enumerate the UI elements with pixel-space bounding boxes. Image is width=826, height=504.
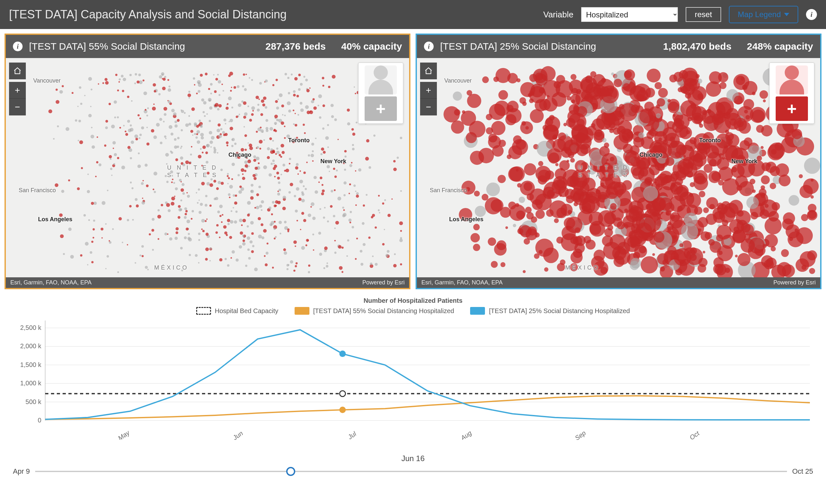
- svg-point-439: [144, 164, 148, 167]
- info-icon[interactable]: i: [424, 42, 434, 51]
- map-canvas-right[interactable]: + − + Vancouver San Francisco Los Angele…: [417, 58, 820, 277]
- city-label: Vancouver: [444, 77, 472, 84]
- svg-point-1678: [555, 80, 573, 98]
- map-attribution: Esri, Garmin, FAO, NOAA, EPA: [10, 279, 92, 286]
- svg-point-377: [211, 92, 212, 94]
- zoom-in-button[interactable]: +: [9, 82, 26, 99]
- reset-button[interactable]: reset: [686, 7, 721, 22]
- map-canvas-left[interactable]: + − + Vancouver San Francisco Los Angele…: [6, 58, 409, 277]
- svg-text:Oct: Oct: [688, 430, 701, 440]
- svg-point-243: [327, 220, 329, 223]
- svg-point-646: [366, 194, 367, 196]
- svg-point-207: [272, 201, 275, 203]
- home-button[interactable]: [420, 63, 437, 79]
- svg-point-743: [129, 74, 132, 76]
- map-beds-left: 287,376 beds: [266, 41, 326, 52]
- svg-point-750: [200, 133, 203, 136]
- svg-point-540: [87, 264, 88, 265]
- svg-point-318: [272, 140, 274, 141]
- svg-point-1578: [761, 175, 770, 184]
- svg-point-1511: [638, 132, 644, 138]
- svg-point-833: [128, 129, 131, 132]
- svg-point-841: [349, 184, 351, 185]
- svg-point-1437: [811, 195, 814, 199]
- svg-point-418: [102, 201, 106, 205]
- svg-point-126: [354, 86, 355, 88]
- svg-point-451: [238, 190, 242, 194]
- svg-point-15: [205, 161, 209, 164]
- svg-point-1462: [561, 147, 572, 158]
- svg-point-274: [210, 183, 213, 187]
- svg-point-1638: [631, 90, 634, 93]
- legend-item-25[interactable]: [TEST DATA] 25% Social Distancing Hospit…: [470, 307, 630, 315]
- svg-point-587: [139, 117, 141, 119]
- svg-point-16: [334, 228, 336, 229]
- svg-point-1730: [731, 165, 745, 178]
- svg-point-1692: [590, 71, 596, 77]
- svg-point-627: [80, 254, 82, 256]
- svg-point-180: [91, 202, 94, 205]
- zoom-out-button[interactable]: −: [9, 99, 26, 115]
- line-chart[interactable]: 0500 k1,000 k1,500 k2,000 k2,500 kMayJun…: [10, 317, 816, 440]
- chart-section: Number of Hospitalized Patients Hospital…: [0, 294, 826, 451]
- svg-point-11: [267, 147, 270, 150]
- svg-point-830: [214, 90, 217, 93]
- country-label: MÉXICO: [565, 264, 600, 271]
- svg-point-66: [223, 225, 227, 229]
- svg-point-1629: [574, 202, 578, 206]
- svg-point-731: [276, 150, 280, 154]
- svg-point-511: [352, 132, 356, 136]
- svg-point-297: [186, 219, 190, 223]
- svg-point-809: [168, 100, 171, 103]
- svg-point-845: [218, 80, 221, 83]
- svg-point-373: [249, 77, 250, 79]
- svg-point-1444: [614, 79, 622, 87]
- svg-point-855: [400, 239, 403, 242]
- svg-point-524: [288, 191, 291, 193]
- legend-item-55[interactable]: [TEST DATA] 55% Social Distancing Hospit…: [295, 307, 454, 315]
- svg-point-70: [165, 153, 169, 156]
- svg-point-1713: [718, 72, 728, 82]
- svg-point-63: [146, 184, 149, 187]
- svg-point-585: [149, 233, 151, 235]
- zoom-in-button[interactable]: +: [420, 82, 437, 99]
- svg-point-827: [215, 197, 219, 200]
- svg-point-457: [355, 170, 356, 172]
- home-button[interactable]: [9, 63, 26, 79]
- svg-point-185: [356, 192, 359, 195]
- timeline-handle[interactable]: [286, 467, 295, 476]
- zoom-out-button[interactable]: −: [420, 99, 437, 115]
- svg-point-797: [143, 91, 147, 95]
- map-powered-by[interactable]: Powered by Esri: [362, 279, 405, 286]
- svg-point-518: [267, 243, 269, 244]
- svg-point-116: [105, 223, 107, 225]
- map-powered-by[interactable]: Powered by Esri: [773, 279, 816, 286]
- svg-point-1331: [516, 210, 525, 219]
- hospital-status-card[interactable]: +: [769, 63, 814, 124]
- svg-point-300: [239, 114, 240, 115]
- hospital-status-card[interactable]: +: [358, 63, 403, 124]
- map-legend-button[interactable]: Map Legend: [729, 6, 798, 23]
- svg-point-217: [298, 88, 301, 90]
- timeline-bar[interactable]: [35, 471, 787, 472]
- info-icon[interactable]: i: [13, 42, 22, 51]
- variable-select[interactable]: Hospitalized: [581, 7, 678, 22]
- svg-point-35: [219, 258, 222, 261]
- svg-point-1470: [665, 157, 674, 166]
- svg-point-298: [142, 198, 143, 199]
- svg-point-1608: [715, 264, 726, 275]
- svg-point-426: [226, 107, 229, 110]
- svg-point-413: [349, 222, 351, 223]
- svg-point-617: [252, 110, 254, 112]
- svg-point-283: [399, 221, 403, 225]
- info-icon[interactable]: i: [806, 9, 817, 20]
- svg-point-1210: [765, 204, 769, 208]
- svg-point-266: [247, 226, 249, 228]
- svg-point-862: [273, 167, 276, 170]
- legend-item-capacity[interactable]: Hospital Bed Capacity: [196, 307, 279, 315]
- svg-point-1696: [738, 253, 751, 266]
- svg-point-1190: [744, 99, 754, 110]
- svg-point-1733: [520, 97, 526, 104]
- svg-point-58: [111, 175, 113, 176]
- timeline-track[interactable]: Apr 9 Oct 25: [13, 465, 813, 478]
